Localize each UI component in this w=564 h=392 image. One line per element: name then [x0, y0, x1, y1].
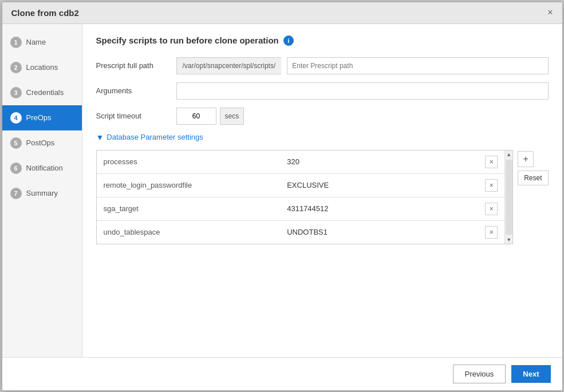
delete-param-button[interactable]: ×: [485, 226, 498, 239]
sidebar-label-name: Name: [26, 38, 46, 46]
content-title: Specify scripts to run before clone oper…: [96, 35, 549, 46]
secs-label: secs: [220, 108, 244, 125]
dialog: Clone from cdb2 × 1 Name 2 Locations 3 C…: [2, 2, 563, 391]
sidebar-item-notification[interactable]: 6 Notification: [2, 156, 82, 181]
param-value: 320: [280, 151, 478, 174]
timeout-label: Script timeout: [96, 112, 171, 120]
sidebar-label-preops: PreOps: [26, 113, 52, 122]
sidebar-item-preops[interactable]: 4 PreOps: [2, 105, 82, 130]
param-table-section: processes 320 × remote_login_passwordfil…: [96, 150, 549, 244]
db-param-link[interactable]: ▼ Database Parameter settings: [96, 133, 549, 142]
sidebar-label-summary: Summary: [26, 189, 58, 197]
scroll-thumb[interactable]: [506, 160, 512, 235]
param-table-container: processes 320 × remote_login_passwordfil…: [96, 150, 514, 244]
step-num-3: 3: [10, 87, 22, 98]
prescript-input[interactable]: [287, 57, 548, 74]
delete-param-button[interactable]: ×: [485, 156, 498, 168]
add-param-button[interactable]: +: [518, 151, 534, 167]
param-name: undo_tablespace: [97, 220, 281, 244]
sidebar-item-credentials[interactable]: 3 Credentials: [2, 80, 82, 105]
step-num-6: 6: [10, 163, 22, 174]
step-num-2: 2: [10, 62, 22, 73]
step-num-5: 5: [10, 137, 22, 149]
sidebar-label-credentials: Credentials: [26, 88, 64, 97]
arguments-row: Arguments: [96, 82, 549, 100]
sidebar: 1 Name 2 Locations 3 Credentials 4 PreOp…: [2, 24, 82, 357]
table-row: undo_tablespace UNDOTBS1 ×: [97, 220, 505, 244]
delete-param-button[interactable]: ×: [485, 179, 498, 192]
param-delete-cell: ×: [478, 197, 504, 220]
step-num-7: 7: [10, 188, 22, 199]
next-button[interactable]: Next: [511, 365, 550, 383]
close-button[interactable]: ×: [547, 8, 553, 17]
content-area: Specify scripts to run before clone oper…: [82, 24, 562, 357]
sidebar-item-postops[interactable]: 5 PostOps: [2, 130, 82, 156]
info-icon[interactable]: i: [283, 35, 294, 46]
previous-button[interactable]: Previous: [453, 365, 506, 383]
param-name: sga_target: [97, 197, 281, 220]
dialog-footer: Previous Next: [2, 357, 562, 390]
arguments-label: Arguments: [96, 86, 171, 95]
step-num-1: 1: [10, 37, 22, 48]
chevron-down-icon: ▼: [96, 133, 104, 142]
param-name: processes: [97, 151, 281, 174]
scroll-down-arrow[interactable]: ▼: [505, 236, 513, 244]
timeout-input[interactable]: [176, 108, 216, 125]
param-value: 4311744512: [280, 197, 478, 220]
step-num-4: 4: [10, 112, 22, 124]
arguments-input[interactable]: [176, 82, 549, 100]
param-name: remote_login_passwordfile: [97, 173, 281, 197]
param-delete-cell: ×: [478, 173, 504, 197]
sidebar-label-locations: Locations: [26, 63, 58, 72]
dialog-body: 1 Name 2 Locations 3 Credentials 4 PreOp…: [2, 24, 562, 357]
timeout-controls: secs: [176, 108, 244, 125]
sidebar-item-locations[interactable]: 2 Locations: [2, 55, 82, 80]
sidebar-label-postops: PostOps: [26, 138, 55, 147]
dialog-title: Clone from cdb2: [11, 8, 79, 18]
prescript-label: Prescript full path: [96, 61, 171, 70]
table-row: sga_target 4311744512 ×: [97, 197, 505, 220]
param-delete-cell: ×: [478, 151, 504, 174]
sidebar-item-summary[interactable]: 7 Summary: [2, 181, 82, 206]
prescript-prefix: /var/opt/snapcenter/spl/scripts/: [176, 57, 282, 74]
dialog-header: Clone from cdb2 ×: [2, 2, 562, 24]
param-value: UNDOTBS1: [280, 220, 478, 244]
side-buttons: + Reset: [518, 151, 548, 185]
table-row: processes 320 ×: [97, 151, 505, 174]
scroll-up-arrow[interactable]: ▲: [505, 151, 513, 159]
sidebar-label-notification: Notification: [26, 164, 63, 172]
param-value: EXCLUSIVE: [280, 173, 478, 197]
table-row: remote_login_passwordfile EXCLUSIVE ×: [97, 173, 505, 197]
reset-button[interactable]: Reset: [518, 171, 548, 185]
db-param-label: Database Parameter settings: [107, 133, 203, 141]
prescript-row: Prescript full path /var/opt/snapcenter/…: [96, 57, 549, 74]
delete-param-button[interactable]: ×: [485, 203, 498, 215]
param-delete-cell: ×: [478, 220, 504, 244]
sidebar-item-name[interactable]: 1 Name: [2, 30, 82, 55]
scrollbar[interactable]: ▲ ▼: [504, 151, 512, 244]
timeout-row: Script timeout secs: [96, 108, 549, 125]
param-table: processes 320 × remote_login_passwordfil…: [97, 151, 505, 244]
